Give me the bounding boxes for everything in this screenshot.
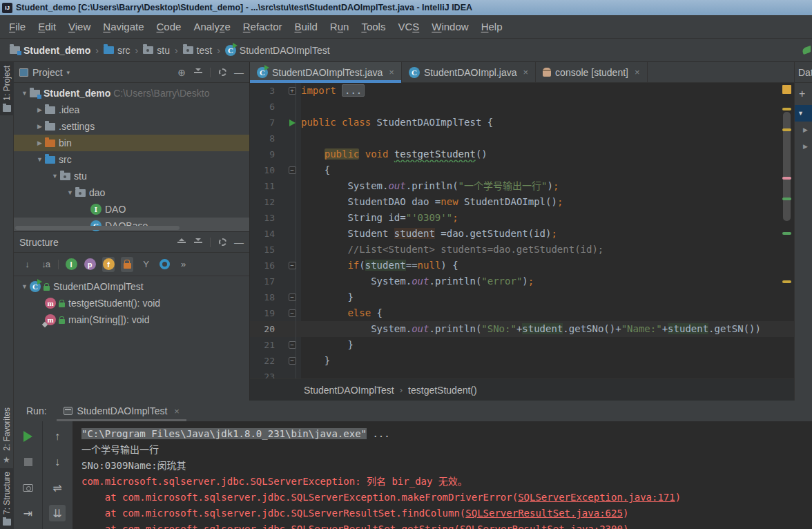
stripe-mark[interactable] bbox=[782, 108, 791, 110]
database-tree-row[interactable]: ▼ bbox=[795, 105, 812, 122]
next-occurrence-icon[interactable]: ↓ bbox=[49, 454, 66, 470]
breadcrumb-item-src[interactable]: src bbox=[104, 45, 130, 56]
menu-item-view[interactable]: View bbox=[62, 18, 97, 35]
fold-open-icon[interactable]: − bbox=[289, 309, 296, 317]
fold-close-icon[interactable]: − bbox=[289, 341, 296, 349]
sort-by-visibility-icon[interactable]: ↓ bbox=[21, 257, 33, 272]
stripe-button-project[interactable]: 1: Project bbox=[0, 62, 14, 115]
project-tree-row-bin[interactable]: ▶bin bbox=[14, 135, 249, 151]
breadcrumb-item-student-demo[interactable]: Student_demo bbox=[10, 45, 90, 56]
stacktrace-link[interactable]: SQLServerResultSet.java:2300 bbox=[460, 523, 623, 529]
hide-icon[interactable]: — bbox=[234, 68, 244, 77]
menu-item-navigate[interactable]: Navigate bbox=[97, 18, 150, 35]
settings-icon[interactable] bbox=[218, 68, 227, 77]
show-inherited-icon[interactable]: I bbox=[65, 257, 77, 272]
close-icon[interactable]: × bbox=[174, 406, 180, 416]
locate-icon[interactable]: ⊕ bbox=[177, 68, 186, 77]
menu-item-window[interactable]: Window bbox=[425, 18, 474, 35]
soft-wrap-icon[interactable]: ⇌ bbox=[49, 479, 66, 496]
collapse-all-icon[interactable] bbox=[193, 238, 203, 247]
breadcrumb-item-test[interactable]: test bbox=[183, 45, 213, 56]
expand-all-icon[interactable] bbox=[177, 238, 186, 247]
fold-open-icon[interactable]: − bbox=[289, 262, 296, 269]
database-tree-row[interactable]: ▶ bbox=[795, 122, 812, 138]
project-tree-row-src[interactable]: ▼src bbox=[14, 151, 249, 168]
stripe-button-structure[interactable]: 7: Structure bbox=[0, 468, 14, 529]
rerun-icon[interactable] bbox=[20, 428, 37, 445]
editor-area[interactable]: StudentDAOImplTest.java×StudentDAOImpl.j… bbox=[250, 62, 794, 401]
stripe-mark[interactable] bbox=[782, 198, 791, 200]
menu-item-refactor[interactable]: Refactor bbox=[237, 18, 289, 35]
structure-tree-row-main-string-void[interactable]: main(String[]): void bbox=[14, 311, 249, 328]
run-line-icon[interactable] bbox=[289, 119, 296, 126]
show-properties-icon[interactable]: p bbox=[84, 257, 96, 272]
fold-close-icon[interactable]: − bbox=[289, 357, 296, 365]
tree-down-arrow-icon[interactable]: ▼ bbox=[19, 283, 30, 290]
sort-alphabetically-icon[interactable]: ↓a bbox=[39, 257, 52, 272]
show-non-public-icon[interactable] bbox=[121, 257, 133, 272]
stripe-mark[interactable] bbox=[782, 280, 791, 283]
run-console[interactable]: "C:\Program Files\Java\jdk1.8.0_231\bin\… bbox=[73, 421, 812, 529]
tree-down-arrow-icon[interactable]: ▼ bbox=[19, 90, 30, 97]
structure-tree-row-studentdaoimpltest[interactable]: ▼StudentDAOImplTest bbox=[14, 278, 249, 295]
title-bar[interactable]: IJ Student_demo [C:\Users\Barry\Desktop\… bbox=[0, 0, 812, 15]
breadcrumb-method[interactable]: testgetStudent() bbox=[408, 385, 477, 396]
project-tree-row-dao[interactable]: ▼dao bbox=[14, 184, 249, 201]
breadcrumb-class[interactable]: StudentDAOImplTest bbox=[304, 385, 394, 396]
project-tree-row-settings[interactable]: ▶.settings bbox=[14, 118, 249, 135]
stacktrace-link[interactable]: SQLServerException.java:171 bbox=[518, 492, 675, 503]
inspection-status-icon[interactable] bbox=[782, 85, 791, 94]
project-tree-row-stu[interactable]: ▼stu bbox=[14, 168, 249, 184]
menu-item-edit[interactable]: Edit bbox=[32, 18, 62, 35]
tree-right-arrow-icon[interactable]: ▶ bbox=[35, 123, 45, 130]
close-icon[interactable]: × bbox=[389, 67, 394, 77]
project-tree-row-idea[interactable]: ▶.idea bbox=[14, 102, 249, 118]
breadcrumb-item-studentdaoimpltest[interactable]: StudentDAOImplTest bbox=[225, 45, 330, 56]
editor-tab-studentdaoimpl-java[interactable]: StudentDAOImpl.java× bbox=[402, 62, 536, 82]
tree-right-arrow-icon[interactable]: ▶ bbox=[35, 140, 45, 146]
menu-item-tools[interactable]: Tools bbox=[355, 18, 392, 35]
code-editor[interactable]: 3+import ...67public class StudentDAOImp… bbox=[250, 83, 794, 378]
menu-item-build[interactable]: Build bbox=[288, 18, 323, 35]
scope-icon[interactable] bbox=[158, 257, 171, 272]
prev-occurrence-icon[interactable]: ↑ bbox=[49, 428, 66, 445]
stripe-button-favorites[interactable]: 2: Favorites ★ bbox=[0, 404, 14, 468]
project-hscrollbar[interactable] bbox=[15, 226, 180, 230]
collapse-all-icon[interactable] bbox=[193, 68, 203, 77]
breadcrumb-item-stu[interactable]: stu bbox=[143, 45, 170, 56]
stacktrace-link[interactable]: SQLServerResultSet.java:625 bbox=[465, 508, 623, 519]
stripe-mark[interactable] bbox=[782, 177, 791, 180]
menu-item-vcs[interactable]: VCS bbox=[392, 18, 425, 35]
restore-layout-icon[interactable]: ⇥ bbox=[20, 505, 37, 521]
group-by-type-icon[interactable]: Y bbox=[139, 257, 152, 272]
menu-item-run[interactable]: Run bbox=[324, 18, 356, 35]
tree-right-arrow-icon[interactable]: ▶ bbox=[35, 106, 45, 113]
fold-expand-icon[interactable]: + bbox=[289, 87, 296, 95]
editor-tab-console-student[interactable]: console [student]× bbox=[536, 62, 647, 82]
database-tree-row[interactable]: ▶ bbox=[795, 138, 812, 155]
menu-item-help[interactable]: Help bbox=[475, 18, 509, 35]
hide-icon[interactable]: — bbox=[234, 238, 244, 247]
stripe-mark[interactable] bbox=[782, 128, 791, 131]
run-tab[interactable]: StudentDAOImplTest × bbox=[57, 401, 186, 421]
settings-icon[interactable] bbox=[218, 238, 227, 247]
tree-down-arrow-icon[interactable]: ▼ bbox=[50, 173, 60, 180]
close-icon[interactable]: × bbox=[635, 67, 640, 77]
thread-dump-icon[interactable] bbox=[20, 479, 37, 496]
project-tree-row-dao[interactable]: DAO bbox=[14, 201, 249, 218]
fold-open-icon[interactable]: − bbox=[289, 166, 296, 174]
editor-tab-studentdaoimpltest-java[interactable]: StudentDAOImplTest.java× bbox=[250, 62, 402, 82]
scroll-to-end-icon[interactable]: ⇊ bbox=[49, 505, 66, 521]
add-icon[interactable]: + bbox=[799, 88, 805, 100]
tree-down-arrow-icon[interactable]: ▼ bbox=[35, 156, 45, 163]
stop-icon[interactable] bbox=[20, 454, 37, 470]
error-stripe[interactable] bbox=[780, 83, 794, 378]
more-icon[interactable]: » bbox=[177, 257, 189, 272]
chevron-down-icon[interactable]: ▾ bbox=[67, 69, 70, 76]
fold-close-icon[interactable]: − bbox=[289, 294, 296, 301]
menu-item-file[interactable]: File bbox=[3, 18, 32, 35]
close-icon[interactable]: × bbox=[523, 67, 529, 77]
show-fields-icon[interactable]: f bbox=[102, 257, 115, 272]
stripe-mark[interactable] bbox=[782, 232, 791, 235]
structure-tree-row-testgetstudent-void[interactable]: testgetStudent(): void bbox=[14, 295, 249, 311]
